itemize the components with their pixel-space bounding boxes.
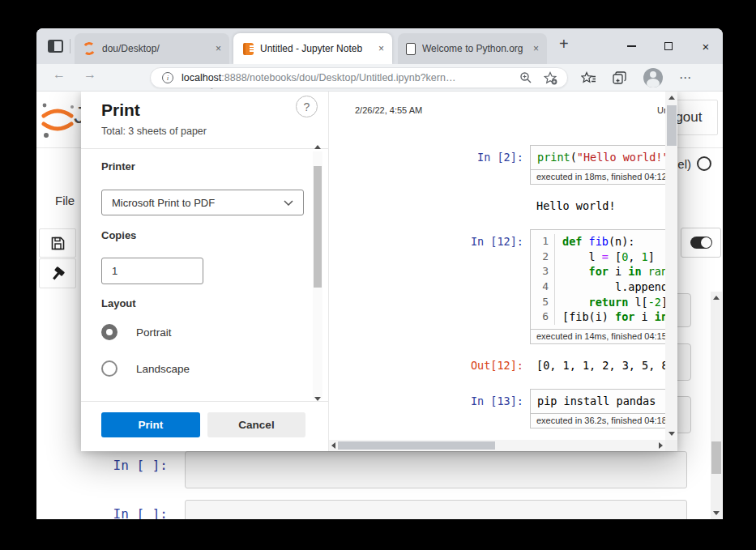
scrollbar-thumb[interactable] — [711, 441, 721, 474]
address-bar[interactable]: i localhost:8888/notebooks/dou/Desktop/U… — [150, 67, 568, 88]
scroll-up-icon[interactable] — [314, 145, 321, 149]
zoom-icon[interactable] — [519, 71, 532, 84]
help-button[interactable]: ? — [296, 96, 318, 117]
scrollbar-thumb[interactable] — [667, 105, 677, 146]
profile-avatar[interactable] — [643, 68, 663, 87]
gavel-button[interactable] — [39, 258, 76, 288]
notebook-cell: In [2]:print("Hello world!")executed in … — [329, 145, 670, 213]
close-icon[interactable]: × — [378, 43, 384, 54]
portrait-option[interactable]: Portrait — [101, 324, 172, 340]
execute-time-note: executed in 18ms, finished 04:12:30 2022… — [531, 169, 675, 184]
scroll-down-icon[interactable] — [668, 432, 675, 436]
printer-value: Microsoft Print to PDF — [112, 197, 215, 209]
tab-title: Welcome to Python.org — [422, 43, 528, 54]
chevron-down-icon — [284, 200, 293, 206]
tab-separator — [70, 39, 70, 53]
cancel-button[interactable]: Cancel — [207, 412, 305, 437]
navigation-bar: ← → i localhost:8888/notebooks/dou/Deskt… — [36, 64, 723, 92]
output-prompt: Out[12]: — [329, 353, 523, 373]
notebook-cell: In [12]:123456def fib(n): l = [0, 1] for… — [329, 229, 670, 373]
print-preview-panel: 2/26/22, 4:55 AM Untitled - Jupyter Note… — [328, 92, 677, 451]
minimize-button[interactable] — [613, 28, 649, 64]
cell-output-row: Out[12]:[0, 1, 1, 2, 3, 5, 8, 13, 21, 34… — [329, 353, 670, 373]
cell-output-row: Hello world! — [329, 194, 670, 214]
scroll-up-icon[interactable] — [668, 96, 675, 100]
cell-input-area: pip install pandasexecuted in 36.2s, fin… — [530, 389, 676, 428]
back-icon[interactable]: ← — [53, 67, 66, 82]
output-prompt — [329, 194, 523, 198]
dialog-title: Print — [101, 100, 140, 120]
preview-horizontal-scrollbar[interactable] — [329, 440, 665, 451]
page-scrollbar[interactable] — [711, 292, 722, 519]
scroll-right-icon[interactable] — [659, 442, 663, 449]
preview-notebook-cells: In [2]:print("Hello world!")executed in … — [329, 145, 670, 451]
close-icon[interactable]: × — [216, 43, 221, 54]
input-prompt: In [12]: — [329, 229, 523, 249]
jupyter-ring-icon — [82, 41, 96, 56]
divider — [81, 148, 328, 149]
jupyter-logo — [39, 98, 76, 142]
window-close-button[interactable]: × — [688, 28, 723, 64]
copies-label: Copies — [101, 229, 136, 241]
scroll-up-icon[interactable] — [713, 296, 720, 300]
printer-label: Printer — [101, 160, 135, 173]
tab-title: Untitled - Jupyter Noteb — [260, 43, 374, 54]
landscape-option[interactable]: Landscape — [101, 360, 190, 377]
tab-python-org[interactable]: Welcome to Python.org × — [398, 33, 547, 64]
settings-menu-icon[interactable]: ⋯ — [679, 70, 691, 85]
save-button[interactable] — [39, 228, 76, 258]
empty-code-cell[interactable] — [185, 451, 687, 488]
cell-input-area: 123456def fib(n): l = [0, 1] for i in ra… — [530, 229, 676, 344]
radio-unselected-icon[interactable] — [101, 360, 117, 377]
jupyter-page: Jupyter Logout Python 3 (ipykernel) File… — [36, 92, 723, 519]
print-dialog: Print Total: 3 sheets of paper ? Printer… — [81, 92, 677, 451]
page-icon — [406, 43, 416, 55]
scroll-down-icon[interactable] — [713, 511, 720, 515]
scrollbar-thumb[interactable] — [314, 166, 322, 288]
input-prompt: In [13]: — [329, 389, 523, 409]
collections-icon[interactable] — [613, 71, 627, 85]
empty-input-prompt: In [ ]: — [85, 458, 168, 473]
empty-code-cell[interactable] — [185, 500, 687, 519]
preview-vertical-scrollbar[interactable] — [665, 92, 677, 440]
tab-untitled-notebook[interactable]: Untitled - Jupyter Noteb × — [233, 33, 392, 64]
printer-select[interactable]: Microsoft Print to PDF — [101, 190, 304, 215]
url-text[interactable]: localhost:8888/notebooks/dou/Desktop/Unt… — [182, 72, 513, 83]
kernel-status-icon — [697, 156, 711, 171]
menu-file[interactable]: File — [55, 194, 75, 207]
new-tab-button[interactable]: + — [559, 35, 569, 53]
cell-output-text: Hello world! — [523, 194, 616, 214]
code-text: def fib(n): l = [0, 1] for i in range(n)… — [562, 234, 677, 325]
empty-input-prompt: In [ ]: — [85, 506, 168, 519]
cell-output-text: [0, 1, 1, 2, 3, 5, 8, 13, 21, 34] — [523, 353, 677, 373]
toggle-button[interactable] — [681, 228, 721, 258]
scroll-left-icon[interactable] — [331, 442, 335, 449]
code-text: print("Hello world!") — [537, 150, 676, 165]
scrollbar-thumb[interactable] — [338, 441, 495, 450]
floppy-icon — [51, 237, 65, 250]
site-info-icon[interactable]: i — [162, 72, 173, 83]
copies-input[interactable] — [101, 258, 203, 284]
landscape-label: Landscape — [136, 363, 190, 375]
sheets-total: Total: 3 sheets of paper — [101, 126, 207, 137]
close-icon[interactable]: × — [533, 43, 539, 54]
favorites-bar-icon[interactable] — [581, 71, 596, 85]
radio-selected-icon[interactable] — [101, 324, 117, 340]
browser-window: dou/Desktop/ × Untitled - Jupyter Noteb … — [36, 28, 723, 519]
toggle-switch-icon — [690, 237, 712, 249]
vertical-tabs-icon[interactable] — [48, 40, 63, 53]
tab-title: dou/Desktop/ — [102, 43, 211, 54]
print-settings-panel: Print Total: 3 sheets of paper ? Printer… — [81, 92, 328, 451]
settings-scrollbar[interactable] — [313, 151, 322, 399]
add-favorite-star-icon[interactable] — [544, 71, 557, 85]
scrollbar-corner — [665, 440, 677, 451]
portrait-label: Portrait — [136, 326, 172, 339]
divider — [81, 401, 328, 402]
execute-time-note: executed in 36.2s, finished 04:18:47 202… — [531, 413, 675, 428]
input-prompt: In [2]: — [329, 145, 523, 165]
print-button[interactable]: Print — [101, 412, 200, 437]
cell-input-area: print("Hello world!")executed in 18ms, f… — [530, 145, 676, 185]
maximize-button[interactable] — [651, 28, 686, 64]
tab-jupyter-files[interactable]: dou/Desktop/ × — [75, 33, 229, 64]
forward-icon[interactable]: → — [83, 67, 96, 82]
